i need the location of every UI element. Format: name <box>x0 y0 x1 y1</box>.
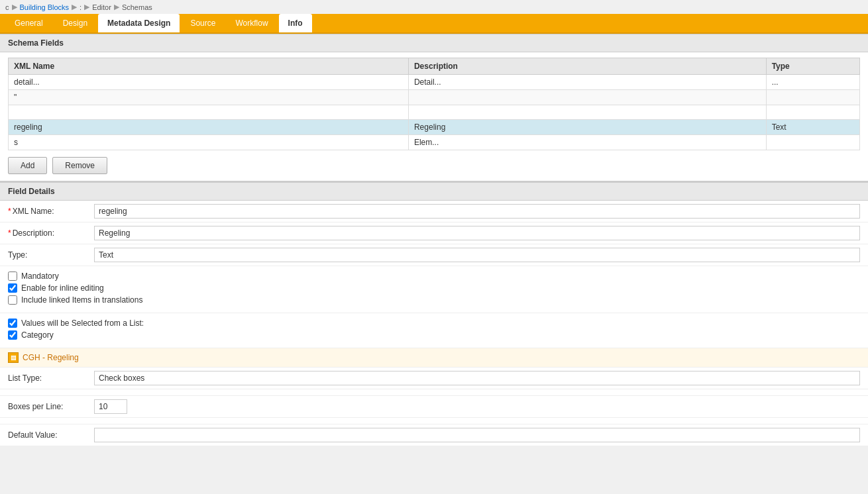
schema-fields-header: Schema Fields <box>0 34 868 52</box>
xml-name-cell: regeling <box>9 120 409 135</box>
table-row[interactable] <box>9 105 860 120</box>
category-checkbox[interactable] <box>8 330 17 340</box>
xml-name-cell <box>9 105 409 120</box>
table-row[interactable]: detail... Detail... ... <box>9 75 860 90</box>
tab-general[interactable]: General <box>5 14 52 32</box>
cgh-label: CGH - Regeling <box>23 353 79 362</box>
type-label: Type: <box>8 250 94 260</box>
table-row-selected[interactable]: regeling Regeling Text <box>9 120 860 135</box>
breadcrumb: c ▶ Building Blocks ▶ : ▶ Editor ▶ Schem… <box>0 0 868 14</box>
divider2 <box>0 418 868 424</box>
description-input[interactable] <box>94 226 860 240</box>
add-button[interactable]: Add <box>8 157 47 174</box>
tab-design[interactable]: Design <box>54 14 97 32</box>
default-value-input[interactable] <box>94 428 860 442</box>
desc-cell <box>408 105 766 120</box>
include-linked-checkbox[interactable] <box>8 295 17 305</box>
tab-bar: General Design Metadata Design Source Wo… <box>0 14 868 34</box>
type-cell <box>766 90 859 105</box>
desc-cell <box>408 90 766 105</box>
divider <box>0 389 868 396</box>
inline-editing-checkbox[interactable] <box>8 283 17 293</box>
inline-editing-label: Enable for inline editing <box>21 283 104 293</box>
breadcrumb-schemas: Schemas <box>122 3 152 11</box>
checkboxes-section: Mandatory Enable for inline editing Incl… <box>0 266 868 313</box>
values-from-list-checkbox[interactable] <box>8 319 17 328</box>
breadcrumb-editor: Editor <box>92 3 111 11</box>
desc-cell: Regeling <box>408 120 766 135</box>
schema-actions: Add Remove <box>0 150 868 181</box>
type-cell <box>766 105 859 120</box>
main-content: Schema Fields XML Name Description Type … <box>0 34 868 446</box>
type-cell: Text <box>766 120 859 135</box>
xml-name-cell: " <box>9 90 409 105</box>
mandatory-label: Mandatory <box>21 272 59 281</box>
type-cell <box>766 135 859 150</box>
field-details-header: Field Details <box>0 182 868 201</box>
xml-name-label: *XML Name: <box>8 207 94 216</box>
xml-name-row: *XML Name: <box>0 201 868 222</box>
list-type-label: List Type: <box>8 373 94 383</box>
tab-workflow[interactable]: Workflow <box>226 14 277 32</box>
remove-button[interactable]: Remove <box>52 157 107 174</box>
breadcrumb-colon: : <box>80 3 81 11</box>
default-value-label: Default Value: <box>8 430 94 440</box>
include-linked-row: Include linked Items in translations <box>8 295 860 305</box>
boxes-per-line-label: Boxes per Line: <box>8 402 94 411</box>
type-input[interactable] <box>94 248 860 262</box>
tab-source[interactable]: Source <box>181 14 225 32</box>
boxes-per-line-input[interactable] <box>94 399 127 414</box>
mandatory-checkbox[interactable] <box>8 272 17 281</box>
desc-cell: Detail... <box>408 75 766 90</box>
xml-name-input[interactable] <box>94 204 860 219</box>
field-details: Field Details *XML Name: *Description: T… <box>0 181 868 446</box>
cgh-icon: ▤ <box>8 352 19 363</box>
table-row[interactable]: " <box>9 90 860 105</box>
type-row: Type: <box>0 244 868 266</box>
desc-cell: Elem... <box>408 135 766 150</box>
description-label: *Description: <box>8 228 94 238</box>
type-cell: ... <box>766 75 859 90</box>
include-linked-label: Include linked Items in translations <box>21 295 142 305</box>
mandatory-row: Mandatory <box>8 272 860 281</box>
xml-name-cell: s <box>9 135 409 150</box>
cgh-row: ▤ CGH - Regeling <box>0 348 868 368</box>
breadcrumb-start: c <box>5 3 9 11</box>
values-from-list-row: Values will be Selected from a List: <box>8 319 860 328</box>
category-label: Category <box>21 330 54 340</box>
inline-editing-row: Enable for inline editing <box>8 283 860 293</box>
xml-name-cell: detail... <box>9 75 409 90</box>
tab-info[interactable]: Info <box>279 14 312 32</box>
tab-metadata-design[interactable]: Metadata Design <box>98 14 180 32</box>
default-value-row: Default Value: <box>0 424 868 446</box>
values-from-list-label: Values will be Selected from a List: <box>21 319 144 328</box>
col-header-type: Type <box>766 58 859 75</box>
description-row: *Description: <box>0 222 868 244</box>
schema-fields-table-wrapper: XML Name Description Type detail... Deta… <box>0 52 868 150</box>
boxes-per-line-row: Boxes per Line: <box>0 396 868 418</box>
col-header-desc: Description <box>408 58 766 75</box>
list-type-row: List Type: <box>0 368 868 389</box>
table-row[interactable]: s Elem... <box>9 135 860 150</box>
list-section: Values will be Selected from a List: Cat… <box>0 313 868 348</box>
category-row: Category <box>8 330 860 340</box>
schema-fields-table: XML Name Description Type detail... Deta… <box>8 58 860 150</box>
list-type-input[interactable] <box>94 371 860 385</box>
col-header-xml: XML Name <box>9 58 409 75</box>
breadcrumb-building-blocks[interactable]: Building Blocks <box>20 3 70 11</box>
